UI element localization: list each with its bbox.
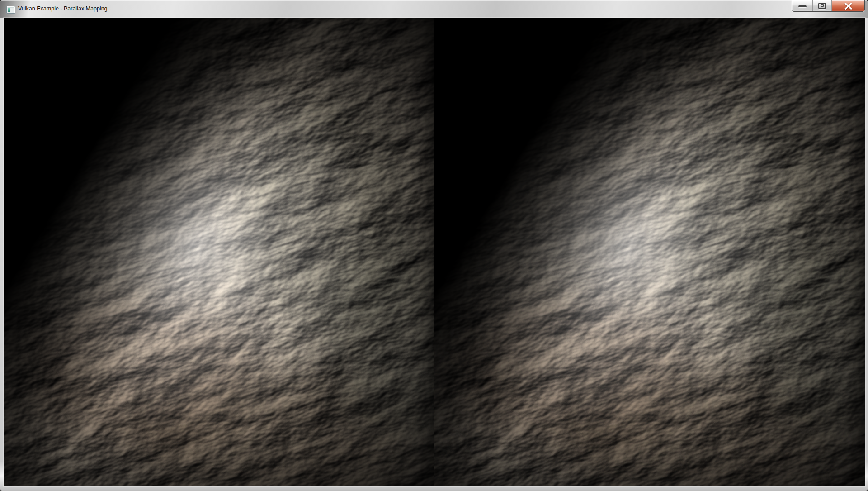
window-title: Vulkan Example - Parallax Mapping bbox=[18, 0, 108, 18]
close-button[interactable] bbox=[832, 0, 864, 11]
window-controls bbox=[792, 0, 865, 12]
maximize-button[interactable] bbox=[813, 0, 832, 11]
maximize-icon bbox=[818, 3, 826, 9]
maximize-icon-inner bbox=[821, 4, 824, 7]
minimize-icon bbox=[798, 5, 807, 7]
render-pane-right[interactable] bbox=[434, 18, 865, 486]
app-icon-teal-pane bbox=[8, 8, 10, 12]
render-pane-left[interactable] bbox=[4, 18, 434, 486]
stone-wall-render-right bbox=[434, 18, 865, 486]
app-icon-titlestrip bbox=[8, 7, 14, 8]
app-icon-text-lines bbox=[11, 9, 14, 11]
close-icon bbox=[844, 3, 853, 10]
minimize-button[interactable] bbox=[792, 0, 813, 11]
right-pane-dim-overlay bbox=[434, 18, 865, 486]
app-icon bbox=[6, 6, 15, 14]
stone-wall-render-left bbox=[4, 18, 434, 486]
titlebar[interactable]: Vulkan Example - Parallax Mapping bbox=[0, 0, 868, 18]
render-viewport[interactable] bbox=[4, 18, 865, 486]
app-window: Vulkan Example - Parallax Mapping bbox=[0, 0, 868, 491]
